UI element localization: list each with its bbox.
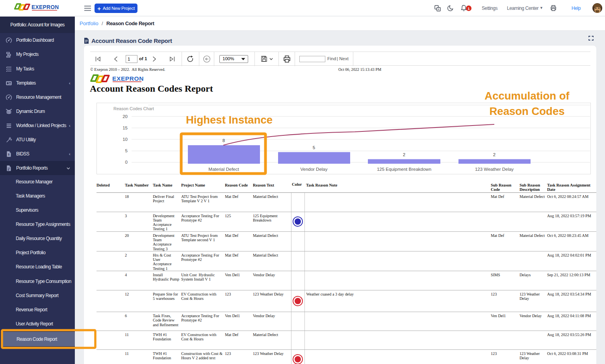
svg-text:Reason Codes Chart: Reason Codes Chart <box>113 106 154 111</box>
svg-text:Vendor Delay: Vendor Delay <box>300 167 327 172</box>
svg-text:Material Defect: Material Defect <box>208 167 239 172</box>
svg-text:EXEPRON: EXEPRON <box>32 4 59 10</box>
svg-text:123 Weather Delay: 123 Weather Delay <box>475 167 514 172</box>
svg-text:20: 20 <box>122 114 128 119</box>
svg-text:125 Equipment Breakdown: 125 Equipment Breakdown <box>377 167 431 172</box>
svg-text:2: 2 <box>493 152 496 157</box>
svg-text:15: 15 <box>122 126 128 130</box>
svg-text:EXEPRON: EXEPRON <box>112 75 144 82</box>
svg-text:5: 5 <box>125 148 128 153</box>
svg-text:8: 8 <box>223 138 225 143</box>
svg-text:0: 0 <box>125 160 128 164</box>
svg-text:2: 2 <box>403 152 405 157</box>
svg-text:5: 5 <box>313 145 315 150</box>
svg-text:10: 10 <box>122 137 128 142</box>
